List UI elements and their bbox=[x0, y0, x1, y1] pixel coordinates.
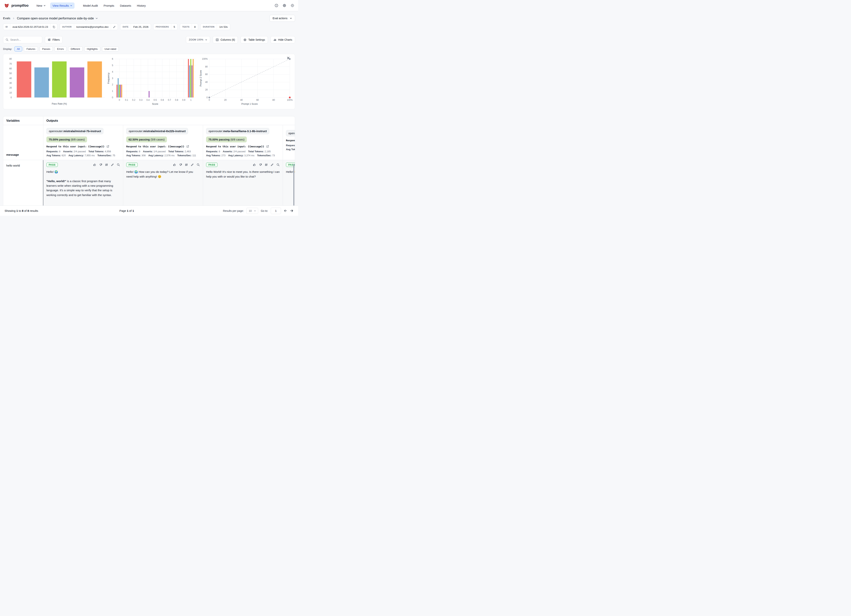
provider-name-pill[interactable]: openrouter:meta-llama/llama-3.1-8b-instr… bbox=[206, 128, 269, 134]
theme-toggle-icon[interactable] bbox=[290, 4, 294, 8]
meta-chip-date: DATEFeb 25, 2026 bbox=[120, 24, 151, 30]
brand[interactable]: promptfoo bbox=[4, 3, 29, 8]
edit-icon[interactable] bbox=[191, 163, 194, 166]
svg-text:0.3: 0.3 bbox=[139, 99, 143, 101]
display-pill-different[interactable]: Different bbox=[68, 47, 83, 51]
nav-item-prompts[interactable]: Prompts bbox=[101, 3, 117, 9]
provider-stats: Avg Tokens: 308Avg Latency: 2,576 msToke… bbox=[126, 154, 200, 157]
provider-stats: Avg Tokens: 273Avg Latency: 3,374 msToke… bbox=[206, 154, 280, 157]
provider-header-4: openrouter:62.50% passingRespond to this… bbox=[283, 125, 295, 160]
magnifier-icon[interactable] bbox=[277, 163, 280, 166]
prompt-text: Respond to this user input: {{message}} bbox=[206, 145, 264, 148]
stat: Tokens/Sec: 75 bbox=[97, 154, 115, 157]
paragraph: Hello World! It's nice to meet you. Is t… bbox=[206, 170, 280, 179]
nav-item-view-results[interactable]: View Results bbox=[50, 3, 75, 9]
eval-actions-button[interactable]: Eval actions bbox=[270, 15, 295, 22]
svg-text:20: 20 bbox=[9, 87, 12, 89]
thumb-up-icon[interactable] bbox=[253, 163, 256, 166]
external-link-icon[interactable] bbox=[186, 145, 189, 148]
prev-page-icon[interactable] bbox=[284, 209, 287, 213]
display-pill-passes[interactable]: Passes bbox=[39, 47, 53, 51]
zoom-select[interactable]: ZOOM 100% bbox=[186, 36, 210, 44]
goto-page-input[interactable] bbox=[271, 207, 281, 214]
stat: Avg Latency: 7,955 ms bbox=[68, 154, 95, 157]
thumb-down-icon[interactable] bbox=[179, 163, 182, 166]
svg-text:80: 80 bbox=[272, 99, 275, 101]
svg-text:4: 4 bbox=[112, 71, 113, 73]
provider-header-row: message openrouter:mistralai/mistral-7b-… bbox=[3, 125, 295, 160]
filters-label: Filters bbox=[53, 38, 60, 41]
zoom-value: ZOOM 100% bbox=[189, 38, 203, 41]
breadcrumb: Evals Compare open-source model performa… bbox=[3, 15, 295, 22]
svg-text:80: 80 bbox=[9, 58, 12, 60]
main-nav: NewView ResultsModel AuditPromptsDataset… bbox=[34, 3, 148, 9]
nav-item-history[interactable]: History bbox=[135, 3, 148, 9]
prompt-text: Respond to this user input: {{message}} bbox=[47, 145, 104, 148]
svg-text:0: 0 bbox=[11, 96, 12, 99]
brand-name: promptfoo bbox=[11, 4, 29, 8]
svg-text:100%: 100% bbox=[287, 99, 293, 101]
copy-icon[interactable] bbox=[50, 24, 57, 30]
pass-rate-pill: 75.00% passing (6/8 cases) bbox=[206, 137, 247, 143]
svg-text:0.9: 0.9 bbox=[182, 99, 185, 101]
hide-charts-button[interactable]: Hide Charts bbox=[271, 36, 295, 44]
provider-stats: Requests: 8Asserts: 1/4 passedTotal Toke… bbox=[126, 150, 200, 153]
thumb-up-icon[interactable] bbox=[93, 163, 96, 166]
provider-name-pill[interactable]: openrouter:mistralai/mixtral-8x22b-instr… bbox=[126, 128, 188, 134]
nav-item-model-audit[interactable]: Model Audit bbox=[81, 3, 100, 9]
variable-value-cell[interactable]: hello world bbox=[3, 160, 44, 207]
close-charts-icon[interactable] bbox=[287, 56, 290, 60]
columns-icon bbox=[216, 38, 219, 41]
thumb-up-icon[interactable] bbox=[173, 163, 176, 166]
settings-icon[interactable] bbox=[283, 4, 286, 8]
output-cell-header: PASS bbox=[126, 162, 200, 167]
search-input[interactable] bbox=[10, 38, 40, 41]
edit-icon[interactable] bbox=[111, 24, 118, 30]
svg-text:3: 3 bbox=[112, 77, 113, 80]
title-dropdown-icon[interactable] bbox=[95, 17, 98, 20]
bar-chart-icon bbox=[274, 38, 277, 41]
top-navbar: promptfoo NewView ResultsModel AuditProm… bbox=[0, 0, 298, 11]
eval-actions-label: Eval actions bbox=[273, 17, 287, 20]
provider-name-pill[interactable]: openrouter:mistralai/mistral-7b-instruct bbox=[47, 128, 104, 134]
external-link-icon[interactable] bbox=[266, 145, 269, 148]
breadcrumb-evals-link[interactable]: Evals bbox=[3, 17, 10, 20]
gear-icon bbox=[244, 38, 247, 41]
display-pill-user-rated[interactable]: User-rated bbox=[102, 47, 119, 51]
thumb-down-icon[interactable] bbox=[99, 163, 102, 166]
scrollbar-thumb[interactable] bbox=[293, 164, 294, 207]
per-page-select[interactable]: 10 bbox=[247, 208, 258, 214]
stat: Avg Latency: 2,576 ms bbox=[148, 154, 174, 157]
chevron-down-icon bbox=[44, 5, 46, 7]
nav-item-datasets[interactable]: Datasets bbox=[118, 3, 134, 9]
provider-name-pill[interactable]: openrouter: bbox=[286, 130, 295, 136]
magnifier-icon[interactable] bbox=[117, 163, 120, 166]
external-link-icon[interactable] bbox=[107, 145, 109, 148]
display-pill-failures[interactable]: Failures bbox=[24, 47, 38, 51]
display-pill-highlights[interactable]: Highlights bbox=[84, 47, 101, 51]
edit-icon[interactable] bbox=[111, 163, 114, 166]
nav-item-new[interactable]: New bbox=[34, 3, 48, 9]
display-filter-row: Display: AllFailuresPassesErrorsDifferen… bbox=[3, 47, 295, 51]
chip-label: ID bbox=[3, 24, 10, 30]
promptfoo-logo bbox=[4, 3, 9, 8]
chevron-right-icon bbox=[12, 17, 15, 20]
columns-button[interactable]: Columns (6) bbox=[213, 36, 238, 44]
info-icon[interactable] bbox=[275, 4, 278, 8]
thumb-down-icon[interactable] bbox=[259, 163, 262, 166]
hash-icon[interactable] bbox=[265, 163, 268, 166]
svg-text:60: 60 bbox=[9, 67, 12, 70]
magnifier-icon[interactable] bbox=[197, 163, 200, 166]
filters-button[interactable]: Filters bbox=[45, 36, 63, 44]
variables-header: Variables bbox=[3, 116, 44, 125]
display-pill-all[interactable]: All bbox=[14, 47, 22, 51]
output-cell-4: PASSHello! 👋 bbox=[283, 160, 295, 207]
next-page-icon[interactable] bbox=[290, 209, 293, 213]
edit-icon[interactable] bbox=[271, 163, 274, 166]
svg-text:0: 0 bbox=[119, 99, 120, 101]
table-settings-button[interactable]: Table Settings bbox=[241, 36, 268, 44]
prompt-label: Respond to this user input: {{message}} bbox=[206, 145, 280, 148]
hash-icon[interactable] bbox=[185, 163, 188, 166]
display-pill-errors[interactable]: Errors bbox=[54, 47, 66, 51]
hash-icon[interactable] bbox=[105, 163, 108, 166]
